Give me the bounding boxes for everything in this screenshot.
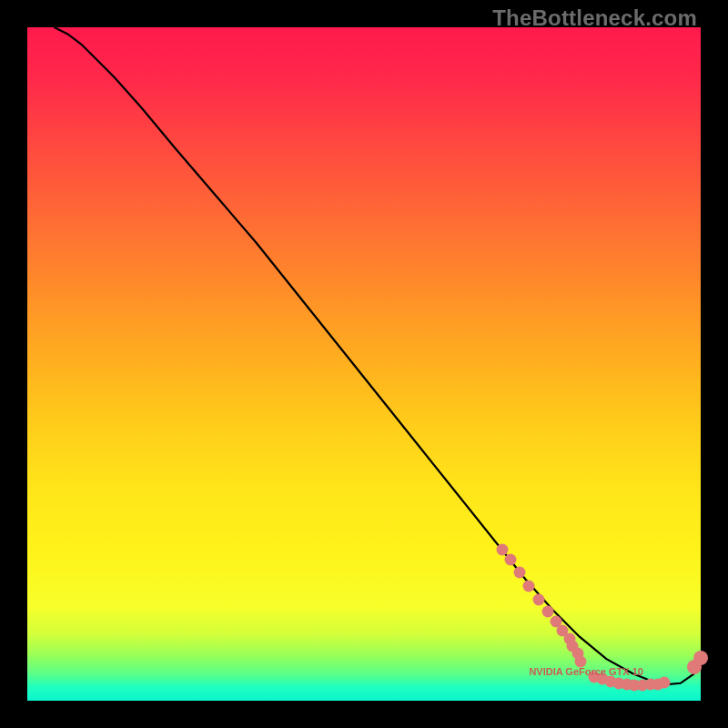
data-point [659, 677, 671, 689]
data-point [496, 543, 508, 555]
data-point [505, 553, 517, 565]
data-point [693, 651, 708, 665]
series-label: NVIDIA GeForce GTX 10 [529, 666, 643, 677]
data-point [523, 581, 535, 592]
bottleneck-curve [27, 27, 701, 701]
plot-area: NVIDIA GeForce GTX 10 [27, 27, 701, 701]
data-point [513, 567, 525, 579]
chart-stage: TheBottleneck.com NVIDIA GeForce GTX 10 [0, 0, 728, 728]
data-point [533, 594, 545, 606]
